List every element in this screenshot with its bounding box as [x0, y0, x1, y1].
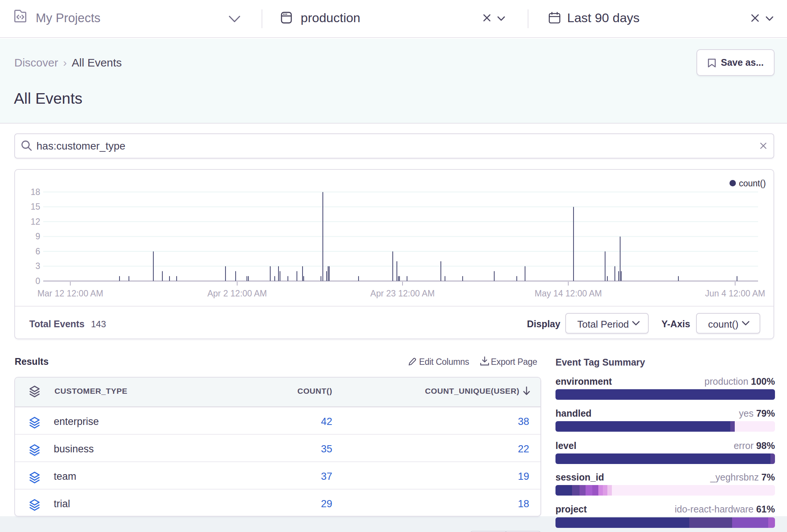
svg-text:0: 0 — [35, 276, 40, 286]
svg-text:Apr 23 12:00 AM: Apr 23 12:00 AM — [370, 289, 434, 298]
svg-text:May 14 12:00 AM: May 14 12:00 AM — [535, 289, 602, 298]
svg-text:Jun 4 12:00 AM: Jun 4 12:00 AM — [705, 289, 765, 298]
svg-text:9: 9 — [35, 231, 40, 241]
svg-text:3: 3 — [35, 261, 40, 271]
svg-text:18: 18 — [30, 187, 40, 197]
svg-text:6: 6 — [35, 246, 40, 256]
svg-text:12: 12 — [30, 217, 40, 227]
svg-text:15: 15 — [30, 202, 40, 212]
svg-text:Mar 12 12:00 AM: Mar 12 12:00 AM — [37, 289, 103, 298]
svg-text:Apr 2 12:00 AM: Apr 2 12:00 AM — [207, 289, 267, 298]
